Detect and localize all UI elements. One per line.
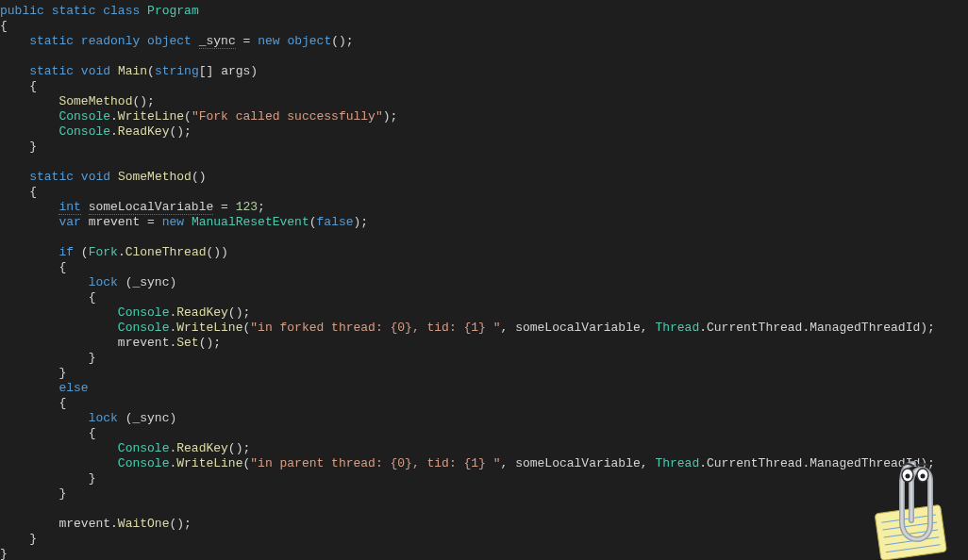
brace: } [89, 471, 96, 486]
brace: } [29, 532, 37, 546]
keyword: var [58, 215, 80, 229]
code-editor[interactable]: public static class Program { static rea… [0, 0, 968, 560]
keyword: lock [89, 411, 118, 425]
tail: ; [258, 200, 265, 214]
brace: { [0, 19, 8, 33]
operator: = [243, 34, 251, 48]
keyword: static [52, 4, 96, 18]
class-ref: Fork [89, 245, 118, 259]
variable: _sync [132, 411, 169, 425]
close: ); [920, 456, 935, 470]
property: CurrentThread [707, 321, 802, 335]
brace: { [58, 260, 66, 274]
comma: , [501, 456, 516, 470]
close: ); [354, 215, 369, 229]
keyword: class [103, 4, 140, 18]
operator: = [147, 215, 155, 229]
tail: (); [169, 124, 191, 139]
tail: (); [132, 94, 154, 108]
keyword: void [81, 170, 110, 184]
string: "Fork called successfully" [192, 109, 383, 124]
call: WriteLine [176, 321, 242, 335]
close: ()) [207, 245, 228, 259]
variable: someLocalVariable [89, 200, 214, 215]
keyword: new [162, 215, 184, 229]
keyword: readonly [81, 34, 140, 48]
tail: (); [331, 34, 353, 48]
keyword: object [287, 34, 331, 48]
class-ref: Console [58, 124, 110, 139]
variable: someLocalVariable [515, 321, 641, 335]
brace: } [58, 366, 66, 380]
close: ); [383, 109, 398, 124]
class-ref: Thread [655, 456, 699, 470]
comma: , [641, 456, 656, 470]
dot: . [110, 124, 118, 139]
class-ref: Console [118, 305, 170, 320]
string: "in forked thread: {0}, tid: {1} " [250, 321, 500, 335]
keyword: if [58, 245, 74, 259]
property: ManagedThreadId [809, 321, 920, 335]
brackets: [] [199, 64, 214, 78]
keyword: static [29, 34, 74, 48]
keyword: else [58, 381, 88, 395]
method-name: Main [118, 64, 147, 78]
brace: { [29, 185, 37, 199]
property: ManagedThreadId [809, 456, 920, 470]
brace: { [89, 426, 96, 440]
close: ); [920, 321, 935, 335]
open: ( [309, 215, 317, 229]
operator: = [221, 200, 228, 214]
number: 123 [236, 200, 258, 214]
brace: { [58, 396, 66, 410]
variable: _sync [132, 275, 169, 289]
open: ( [184, 109, 192, 124]
brace: } [89, 351, 96, 365]
brace: { [89, 290, 96, 305]
brace: } [58, 486, 66, 501]
variable: mrevent [89, 215, 141, 229]
call: ReadKey [176, 441, 228, 455]
dot: . [110, 109, 118, 124]
keyword: lock [89, 275, 118, 289]
property: CurrentThread [707, 456, 802, 470]
keyword: static [29, 64, 74, 78]
class-ref: Console [118, 321, 170, 335]
bool: false [317, 215, 354, 229]
close: ) [169, 411, 176, 425]
open: ( [81, 245, 89, 259]
call: CloneThread [125, 245, 207, 259]
keyword: object [147, 34, 192, 48]
call: WriteLine [176, 456, 242, 470]
close: ) [169, 275, 176, 289]
class-ref: Console [118, 456, 170, 470]
class-ref: Thread [655, 321, 699, 335]
param: args [221, 64, 250, 78]
comma: , [641, 321, 656, 335]
keyword: static [29, 170, 74, 184]
call: WriteLine [118, 109, 184, 124]
keyword: public [0, 4, 44, 18]
call: ReadKey [176, 305, 228, 320]
dot: . [699, 456, 707, 470]
call: Set [176, 336, 198, 350]
variable: mrevent [58, 517, 110, 531]
tail: (); [169, 517, 191, 531]
class-ref: Console [58, 109, 110, 124]
class-ref: Console [118, 441, 170, 455]
dot: . [118, 245, 125, 259]
method-name: SomeMethod [118, 170, 192, 184]
keyword: void [81, 64, 110, 78]
keyword: string [155, 64, 199, 78]
call: ReadKey [118, 124, 170, 139]
string: "in parent thread: {0}, tid: {1} " [250, 456, 500, 470]
keyword: new [258, 34, 279, 48]
dot: . [699, 321, 707, 335]
tail: () [192, 170, 207, 184]
class-name: Program [147, 4, 199, 18]
tail: (); [228, 441, 250, 455]
class-ref: ManualResetEvent [192, 215, 309, 229]
brace: } [29, 140, 37, 154]
call: SomeMethod [58, 94, 132, 108]
tail: (); [228, 305, 250, 320]
